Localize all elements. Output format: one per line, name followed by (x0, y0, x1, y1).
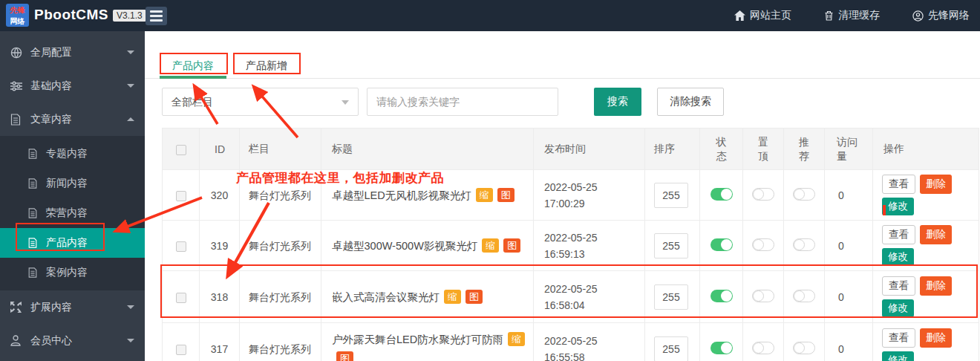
image-badge[interactable]: 图 (503, 238, 520, 253)
member-icon (10, 335, 23, 346)
sidebar-item-basic-content[interactable]: 基础内容 (0, 69, 145, 103)
cell-visits: 0 (825, 271, 873, 323)
row-checkbox[interactable] (176, 191, 186, 201)
category-select[interactable]: 全部栏目 (162, 88, 359, 116)
view-button[interactable]: 查看 (882, 175, 915, 194)
delete-button[interactable]: 删除 (920, 328, 952, 348)
thumb-badge[interactable]: 缩 (444, 290, 461, 304)
cell-category: 舞台灯光系列 (240, 323, 321, 361)
select-all-checkbox[interactable] (176, 145, 186, 155)
content-table: ID 栏目 标题 发布时间 排序 状态 置顶 推荐 访问量 操作 320 舞 (162, 128, 979, 361)
sort-input[interactable] (654, 183, 688, 208)
brand-name: PbootCMS (34, 7, 108, 23)
chevron-down-icon (127, 84, 134, 88)
status-toggle[interactable] (710, 238, 733, 251)
document-icon (28, 208, 39, 218)
home-icon (734, 10, 745, 21)
cell-visits: 0 (825, 170, 873, 221)
sidebar-item-global-config[interactable]: 全局配置 (0, 36, 145, 69)
nav-clear-cache[interactable]: 清理缓存 (824, 9, 880, 22)
sort-input[interactable] (654, 233, 688, 258)
sort-input[interactable] (654, 284, 688, 310)
recommend-toggle[interactable] (793, 238, 815, 251)
image-badge[interactable]: 图 (336, 351, 353, 361)
tab-product-content[interactable]: 产品内容 (160, 53, 226, 79)
sidebar-item-article-content[interactable]: 文章内容 (0, 103, 145, 136)
cell-id: 318 (200, 271, 240, 323)
sidebar-item-label: 荣营内容 (46, 206, 88, 220)
sidebar-toggle-button[interactable] (146, 7, 167, 25)
search-button[interactable]: 搜索 (594, 88, 641, 116)
sidebar-item-topic-content[interactable]: 专题内容 (0, 139, 145, 169)
sidebar-item-member-center[interactable]: 会员中心 (0, 324, 145, 357)
topbar-nav: 网站主页 清理缓存 先锋网络 (734, 0, 970, 31)
recommend-toggle[interactable] (793, 188, 815, 201)
sidebar-item-case-content[interactable]: 案例内容 (0, 258, 145, 287)
row-checkbox[interactable] (176, 345, 186, 355)
edit-button[interactable]: 修改 (882, 248, 914, 266)
sort-input[interactable] (654, 336, 688, 361)
sidebar-item-label: 新闻内容 (46, 177, 88, 190)
top-toggle[interactable] (752, 342, 774, 354)
nav-label: 清理缓存 (838, 9, 880, 22)
thumb-badge[interactable]: 缩 (482, 238, 499, 253)
clear-search-button[interactable]: 清除搜索 (657, 88, 724, 116)
document-icon (28, 238, 39, 248)
topbar: 先锋 网络 PbootCMS V3.1.3 网站主页 清理缓存 (0, 0, 980, 31)
thumb-badge[interactable]: 缩 (508, 332, 525, 346)
title-text[interactable]: 卓越型300W-500W影视聚光灯 (332, 240, 477, 252)
view-button[interactable]: 查看 (882, 328, 915, 348)
cell-id: 317 (200, 323, 240, 361)
tab-bar: 产品内容 产品新增 (145, 53, 980, 79)
table-row: 320 舞台灯光系列 卓越型LED无风机影视聚光灯缩图 2022-05-25 1… (163, 170, 979, 221)
image-badge[interactable]: 图 (497, 188, 514, 202)
cell-category: 舞台灯光系列 (240, 221, 321, 271)
top-toggle[interactable] (752, 238, 774, 251)
status-toggle[interactable] (710, 342, 733, 354)
view-button[interactable]: 查看 (882, 225, 915, 244)
status-toggle[interactable] (710, 290, 733, 302)
row-checkbox[interactable] (176, 293, 186, 303)
search-input[interactable] (367, 88, 558, 116)
pbootcms-admin: 先锋 网络 PbootCMS V3.1.3 网站主页 清理缓存 (0, 0, 980, 361)
tab-product-add[interactable]: 产品新增 (233, 53, 300, 79)
recommend-toggle[interactable] (793, 342, 815, 354)
edit-button[interactable]: 修改 (882, 351, 914, 361)
status-toggle[interactable] (710, 188, 733, 201)
nav-site-home[interactable]: 网站主页 (734, 9, 791, 22)
nav-account[interactable]: 先锋网络 (912, 9, 970, 22)
cell-title: 卓越型LED无风机影视聚光灯缩图 (321, 170, 534, 221)
row-checkbox[interactable] (176, 241, 186, 252)
cell-category: 舞台灯光系列 (240, 170, 321, 221)
cell-category: 舞台灯光系列 (240, 271, 321, 323)
top-toggle[interactable] (752, 290, 774, 302)
sidebar-item-label: 产品内容 (46, 236, 88, 250)
logo-line1: 先锋 (6, 4, 29, 16)
view-button[interactable]: 查看 (882, 276, 915, 296)
title-text[interactable]: 户外露天舞台LED防水聚光灯可防雨 (332, 334, 503, 345)
nav-label: 先锋网络 (928, 9, 970, 22)
cell-title: 嵌入式高清会议聚光灯缩图 (321, 271, 534, 323)
delete-button[interactable]: 删除 (920, 175, 952, 194)
top-toggle[interactable] (752, 188, 774, 201)
sidebar-item-label: 文章内容 (30, 113, 127, 126)
edit-button[interactable]: 修改 (882, 299, 914, 317)
cell-date: 2022-05-25 16:55:58 (534, 323, 645, 361)
thumb-badge[interactable]: 缩 (476, 188, 493, 202)
sidebar-item-honor-content[interactable]: 荣营内容 (0, 198, 145, 228)
cell-date: 2022-05-25 16:59:13 (534, 221, 645, 271)
user-icon (912, 10, 924, 22)
delete-button[interactable]: 删除 (920, 225, 952, 244)
sidebar-item-news-content[interactable]: 新闻内容 (0, 169, 145, 198)
title-text[interactable]: 卓越型LED无风机影视聚光灯 (332, 189, 471, 201)
edit-button[interactable]: 修改 (882, 198, 914, 215)
main-content: 产品内容 产品新增 全部栏目 搜索 清除搜索 ID 栏目 (145, 31, 980, 361)
title-text[interactable]: 嵌入式高清会议聚光灯 (332, 291, 440, 303)
delete-button[interactable]: 删除 (920, 276, 952, 296)
sidebar-item-product-content[interactable]: 产品内容 (0, 228, 145, 258)
document-icon (10, 114, 23, 126)
recommend-toggle[interactable] (793, 290, 815, 302)
image-badge[interactable]: 图 (466, 290, 483, 304)
sidebar-item-label: 扩展内容 (30, 301, 127, 314)
sidebar-item-extend-content[interactable]: 扩展内容 (0, 290, 145, 324)
